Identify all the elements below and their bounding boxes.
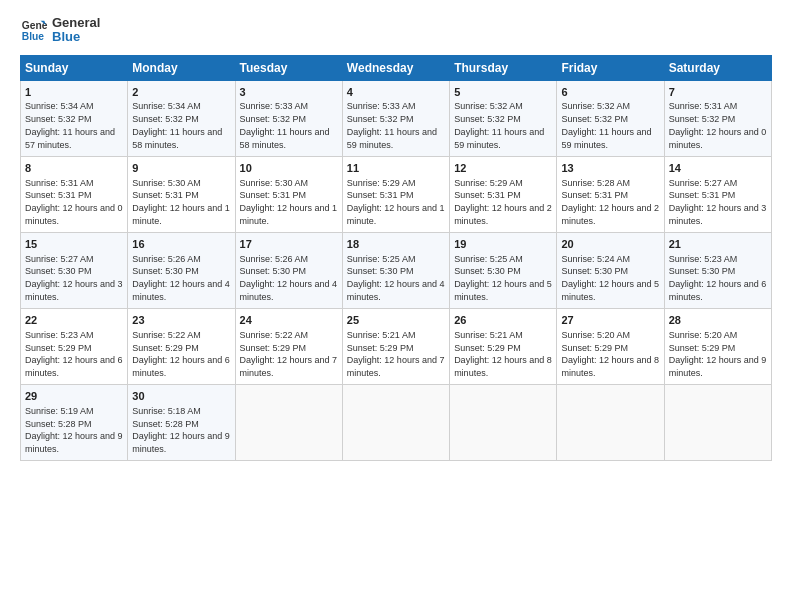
day-number: 12 — [454, 161, 552, 176]
day-number: 18 — [347, 237, 445, 252]
day-header-sunday: Sunday — [21, 55, 128, 80]
day-info: Sunrise: 5:25 AMSunset: 5:30 PMDaylight:… — [347, 254, 445, 302]
calendar-cell: 17Sunrise: 5:26 AMSunset: 5:30 PMDayligh… — [235, 232, 342, 308]
day-number: 6 — [561, 85, 659, 100]
day-info: Sunrise: 5:29 AMSunset: 5:31 PMDaylight:… — [347, 178, 445, 226]
calendar-cell: 4Sunrise: 5:33 AMSunset: 5:32 PMDaylight… — [342, 80, 449, 156]
logo-icon: General Blue — [20, 16, 48, 44]
calendar-cell: 2Sunrise: 5:34 AMSunset: 5:32 PMDaylight… — [128, 80, 235, 156]
day-info: Sunrise: 5:30 AMSunset: 5:31 PMDaylight:… — [132, 178, 230, 226]
day-number: 11 — [347, 161, 445, 176]
calendar-cell — [342, 384, 449, 460]
day-number: 16 — [132, 237, 230, 252]
day-header-saturday: Saturday — [664, 55, 771, 80]
calendar-cell: 30Sunrise: 5:18 AMSunset: 5:28 PMDayligh… — [128, 384, 235, 460]
day-info: Sunrise: 5:19 AMSunset: 5:28 PMDaylight:… — [25, 406, 123, 454]
calendar-cell: 18Sunrise: 5:25 AMSunset: 5:30 PMDayligh… — [342, 232, 449, 308]
calendar-cell: 26Sunrise: 5:21 AMSunset: 5:29 PMDayligh… — [450, 308, 557, 384]
day-number: 20 — [561, 237, 659, 252]
day-info: Sunrise: 5:31 AMSunset: 5:31 PMDaylight:… — [25, 178, 123, 226]
day-number: 23 — [132, 313, 230, 328]
calendar-cell: 15Sunrise: 5:27 AMSunset: 5:30 PMDayligh… — [21, 232, 128, 308]
day-number: 28 — [669, 313, 767, 328]
calendar-body: 1Sunrise: 5:34 AMSunset: 5:32 PMDaylight… — [21, 80, 772, 460]
day-number: 7 — [669, 85, 767, 100]
day-number: 9 — [132, 161, 230, 176]
calendar-cell: 11Sunrise: 5:29 AMSunset: 5:31 PMDayligh… — [342, 156, 449, 232]
calendar-cell: 8Sunrise: 5:31 AMSunset: 5:31 PMDaylight… — [21, 156, 128, 232]
day-number: 15 — [25, 237, 123, 252]
day-info: Sunrise: 5:31 AMSunset: 5:32 PMDaylight:… — [669, 101, 767, 149]
calendar-cell: 9Sunrise: 5:30 AMSunset: 5:31 PMDaylight… — [128, 156, 235, 232]
day-number: 14 — [669, 161, 767, 176]
day-info: Sunrise: 5:34 AMSunset: 5:32 PMDaylight:… — [25, 101, 115, 149]
day-info: Sunrise: 5:32 AMSunset: 5:32 PMDaylight:… — [561, 101, 651, 149]
calendar-cell — [450, 384, 557, 460]
day-number: 26 — [454, 313, 552, 328]
calendar-cell: 29Sunrise: 5:19 AMSunset: 5:28 PMDayligh… — [21, 384, 128, 460]
calendar-page: General Blue General Blue SundayMondayTu… — [0, 0, 792, 612]
calendar-week-1: 1Sunrise: 5:34 AMSunset: 5:32 PMDaylight… — [21, 80, 772, 156]
day-number: 19 — [454, 237, 552, 252]
calendar-table: SundayMondayTuesdayWednesdayThursdayFrid… — [20, 55, 772, 461]
day-info: Sunrise: 5:24 AMSunset: 5:30 PMDaylight:… — [561, 254, 659, 302]
day-info: Sunrise: 5:26 AMSunset: 5:30 PMDaylight:… — [132, 254, 230, 302]
day-info: Sunrise: 5:23 AMSunset: 5:30 PMDaylight:… — [669, 254, 767, 302]
day-number: 1 — [25, 85, 123, 100]
calendar-cell: 7Sunrise: 5:31 AMSunset: 5:32 PMDaylight… — [664, 80, 771, 156]
day-info: Sunrise: 5:21 AMSunset: 5:29 PMDaylight:… — [454, 330, 552, 378]
svg-text:Blue: Blue — [22, 32, 45, 43]
day-info: Sunrise: 5:21 AMSunset: 5:29 PMDaylight:… — [347, 330, 445, 378]
calendar-cell: 13Sunrise: 5:28 AMSunset: 5:31 PMDayligh… — [557, 156, 664, 232]
day-header-wednesday: Wednesday — [342, 55, 449, 80]
calendar-cell: 14Sunrise: 5:27 AMSunset: 5:31 PMDayligh… — [664, 156, 771, 232]
day-number: 27 — [561, 313, 659, 328]
calendar-cell: 19Sunrise: 5:25 AMSunset: 5:30 PMDayligh… — [450, 232, 557, 308]
day-header-monday: Monday — [128, 55, 235, 80]
day-info: Sunrise: 5:32 AMSunset: 5:32 PMDaylight:… — [454, 101, 544, 149]
calendar-cell: 16Sunrise: 5:26 AMSunset: 5:30 PMDayligh… — [128, 232, 235, 308]
day-info: Sunrise: 5:22 AMSunset: 5:29 PMDaylight:… — [132, 330, 230, 378]
day-info: Sunrise: 5:27 AMSunset: 5:30 PMDaylight:… — [25, 254, 123, 302]
calendar-cell: 3Sunrise: 5:33 AMSunset: 5:32 PMDaylight… — [235, 80, 342, 156]
day-info: Sunrise: 5:29 AMSunset: 5:31 PMDaylight:… — [454, 178, 552, 226]
day-number: 29 — [25, 389, 123, 404]
header: General Blue General Blue — [20, 16, 772, 45]
day-number: 25 — [347, 313, 445, 328]
day-info: Sunrise: 5:23 AMSunset: 5:29 PMDaylight:… — [25, 330, 123, 378]
day-info: Sunrise: 5:33 AMSunset: 5:32 PMDaylight:… — [347, 101, 437, 149]
day-number: 4 — [347, 85, 445, 100]
day-info: Sunrise: 5:26 AMSunset: 5:30 PMDaylight:… — [240, 254, 338, 302]
day-number: 17 — [240, 237, 338, 252]
calendar-week-4: 22Sunrise: 5:23 AMSunset: 5:29 PMDayligh… — [21, 308, 772, 384]
day-number: 30 — [132, 389, 230, 404]
calendar-cell: 21Sunrise: 5:23 AMSunset: 5:30 PMDayligh… — [664, 232, 771, 308]
logo: General Blue General Blue — [20, 16, 100, 45]
calendar-week-5: 29Sunrise: 5:19 AMSunset: 5:28 PMDayligh… — [21, 384, 772, 460]
day-info: Sunrise: 5:30 AMSunset: 5:31 PMDaylight:… — [240, 178, 338, 226]
day-number: 13 — [561, 161, 659, 176]
day-info: Sunrise: 5:22 AMSunset: 5:29 PMDaylight:… — [240, 330, 338, 378]
day-number: 10 — [240, 161, 338, 176]
logo-line2: Blue — [52, 30, 100, 44]
day-header-thursday: Thursday — [450, 55, 557, 80]
day-number: 22 — [25, 313, 123, 328]
day-number: 24 — [240, 313, 338, 328]
day-header-tuesday: Tuesday — [235, 55, 342, 80]
calendar-cell: 25Sunrise: 5:21 AMSunset: 5:29 PMDayligh… — [342, 308, 449, 384]
day-info: Sunrise: 5:18 AMSunset: 5:28 PMDaylight:… — [132, 406, 230, 454]
calendar-cell: 28Sunrise: 5:20 AMSunset: 5:29 PMDayligh… — [664, 308, 771, 384]
day-number: 8 — [25, 161, 123, 176]
day-number: 2 — [132, 85, 230, 100]
calendar-cell: 24Sunrise: 5:22 AMSunset: 5:29 PMDayligh… — [235, 308, 342, 384]
day-info: Sunrise: 5:27 AMSunset: 5:31 PMDaylight:… — [669, 178, 767, 226]
day-info: Sunrise: 5:25 AMSunset: 5:30 PMDaylight:… — [454, 254, 552, 302]
day-info: Sunrise: 5:28 AMSunset: 5:31 PMDaylight:… — [561, 178, 659, 226]
calendar-cell: 12Sunrise: 5:29 AMSunset: 5:31 PMDayligh… — [450, 156, 557, 232]
calendar-cell: 10Sunrise: 5:30 AMSunset: 5:31 PMDayligh… — [235, 156, 342, 232]
calendar-week-3: 15Sunrise: 5:27 AMSunset: 5:30 PMDayligh… — [21, 232, 772, 308]
calendar-week-2: 8Sunrise: 5:31 AMSunset: 5:31 PMDaylight… — [21, 156, 772, 232]
day-number: 5 — [454, 85, 552, 100]
day-info: Sunrise: 5:20 AMSunset: 5:29 PMDaylight:… — [669, 330, 767, 378]
day-info: Sunrise: 5:34 AMSunset: 5:32 PMDaylight:… — [132, 101, 222, 149]
